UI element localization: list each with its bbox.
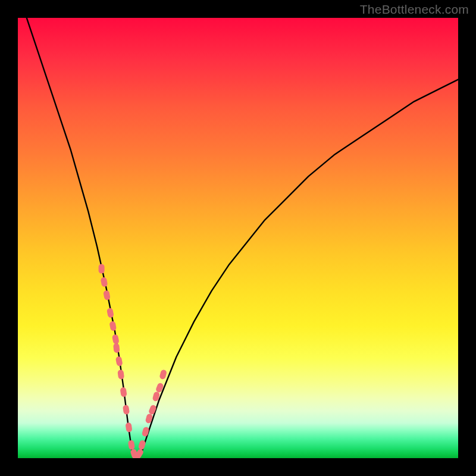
svg-rect-8	[117, 369, 124, 380]
plot-area	[18, 18, 458, 458]
svg-rect-5	[112, 334, 120, 345]
svg-rect-6	[113, 343, 120, 353]
svg-rect-0	[99, 264, 105, 274]
svg-rect-1	[101, 277, 108, 287]
svg-rect-7	[115, 356, 123, 367]
svg-rect-12	[128, 440, 135, 450]
svg-rect-10	[123, 405, 130, 415]
svg-rect-3	[107, 308, 114, 318]
bottleneck-curve	[27, 18, 458, 458]
chart-overlay	[18, 18, 458, 458]
chart-frame: TheBottleneck.com	[0, 0, 476, 476]
svg-rect-22	[159, 369, 167, 380]
watermark-text: TheBottleneck.com	[360, 2, 469, 17]
svg-rect-2	[103, 290, 111, 300]
svg-rect-19	[148, 404, 157, 415]
svg-rect-11	[125, 422, 132, 433]
svg-rect-17	[142, 427, 150, 437]
sample-markers	[99, 264, 167, 458]
svg-rect-4	[109, 321, 117, 331]
svg-rect-9	[120, 387, 127, 397]
